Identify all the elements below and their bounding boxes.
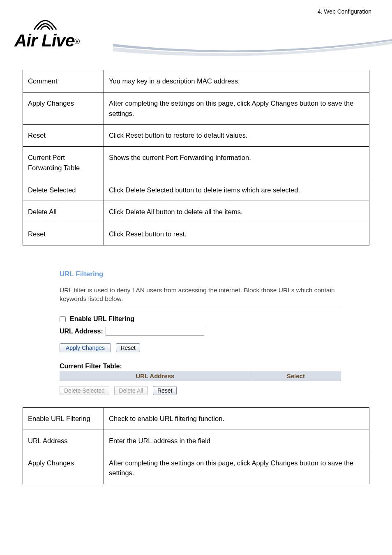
cell-val: Click Reset button to restore to default…	[104, 125, 369, 147]
cell-key: Reset	[23, 223, 104, 245]
url-filtering-heading: URL Filtering	[60, 270, 341, 278]
cell-val: Shows the current Port Forwarding inform…	[104, 147, 369, 179]
reset-button[interactable]: Reset	[116, 343, 140, 352]
url-address-input[interactable]	[106, 327, 204, 336]
cell-key: Delete Selected	[23, 179, 104, 201]
filter-table-url-header: URL Address	[60, 371, 251, 381]
cell-val: After completing the settings on this pa…	[104, 452, 369, 484]
cell-val: You may key in a description MAC address…	[104, 70, 369, 92]
cell-key: Comment	[23, 70, 104, 92]
table-row: Current Port Forwarding TableShows the c…	[23, 147, 369, 179]
reset-button-2[interactable]: Reset	[153, 386, 177, 395]
cell-key: Current Port Forwarding Table	[23, 147, 104, 179]
cell-key: Delete All	[23, 201, 104, 223]
table-row: ResetClick Reset button to restore to de…	[23, 125, 369, 147]
current-filter-table-heading: Current Filter Table:	[60, 363, 341, 370]
table-row: ResetClick Reset button to rest.	[23, 223, 369, 245]
port-forwarding-description-table: CommentYou may key in a description MAC …	[23, 70, 369, 245]
table-row: Apply ChangesAfter completing the settin…	[23, 452, 369, 484]
cell-key: Enable URL Filtering	[23, 408, 104, 430]
cell-val: Enter the URL address in the field	[104, 430, 369, 452]
delete-all-button[interactable]: Delete All	[114, 386, 148, 395]
apply-changes-button[interactable]: Apply Changes	[60, 343, 111, 352]
url-filtering-description-table: Enable URL FilteringCheck to enable URL …	[23, 407, 369, 484]
table-row: URL AddressEnter the URL address in the …	[23, 430, 369, 452]
table-row: Apply ChangesAfter completing the settin…	[23, 92, 369, 125]
cell-val: Click Delete Selected button to delete i…	[104, 179, 369, 201]
enable-url-filtering-checkbox[interactable]	[60, 316, 66, 322]
airlive-logo: Air Live®	[14, 16, 105, 51]
cell-val: After completing the settings on this pa…	[104, 92, 369, 125]
table-row: Enable URL FilteringCheck to enable URL …	[23, 408, 369, 430]
cell-key: Reset	[23, 125, 104, 147]
current-filter-table: URL Address Select	[60, 371, 341, 381]
filter-table-select-header: Select	[251, 371, 341, 381]
chapter-label: 4. Web Configuration	[318, 8, 371, 15]
cell-val: Click Delete All button to delete all th…	[104, 201, 369, 223]
cell-key: URL Address	[23, 430, 104, 452]
table-row: Delete AllClick Delete All button to del…	[23, 201, 369, 223]
url-filtering-description: URL filter is used to deny LAN users fro…	[60, 286, 341, 307]
cell-val: Click Reset button to rest.	[104, 223, 369, 245]
table-row: Delete SelectedClick Delete Selected but…	[23, 179, 369, 201]
cell-key: Apply Changes	[23, 92, 104, 125]
url-address-label: URL Address:	[60, 328, 103, 335]
logo-registered-icon: ®	[74, 37, 80, 46]
page-header: 4. Web Configuration Air Live®	[0, 0, 392, 70]
header-swoosh-icon	[113, 39, 392, 62]
logo-arcs-icon	[31, 16, 121, 31]
logo-text: Air Live	[14, 31, 74, 50]
enable-url-filtering-label: Enable URL Filtering	[70, 315, 134, 323]
delete-selected-button[interactable]: Delete Selected	[60, 386, 109, 395]
table-row: CommentYou may key in a description MAC …	[23, 70, 369, 92]
url-filtering-panel: URL Filtering URL filter is used to deny…	[60, 270, 341, 395]
cell-key: Apply Changes	[23, 452, 104, 484]
cell-val: Check to enable URL filtering function.	[104, 408, 369, 430]
